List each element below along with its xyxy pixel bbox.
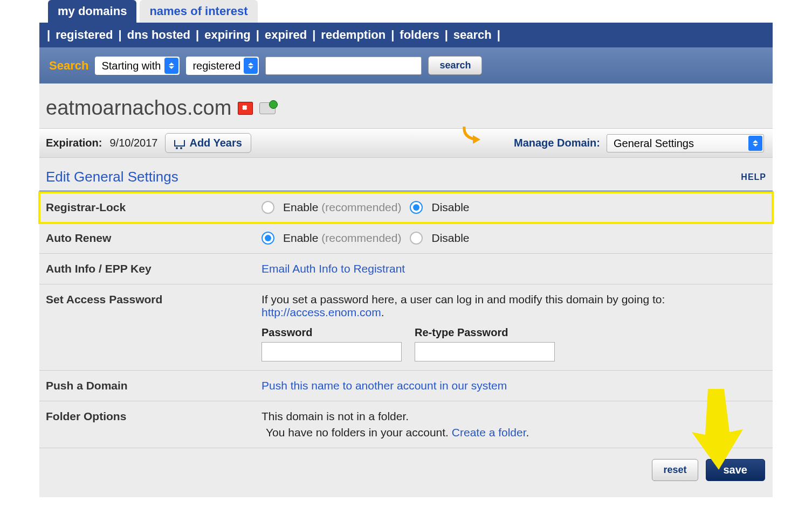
subnav-expiring[interactable]: expiring xyxy=(204,28,251,42)
section-title-row: Edit General Settings HELP xyxy=(39,158,773,191)
registrar-lock-options: Enable (recommended) Disable xyxy=(262,201,766,214)
manage-domain-select[interactable]: General Settings xyxy=(607,135,763,152)
subnav-folders[interactable]: folders xyxy=(400,28,439,42)
folder-status-text: This domain is not in a folder. xyxy=(262,410,766,423)
manage-domain-label: Manage Domain: xyxy=(514,137,600,149)
expiration-date: 9/10/2017 xyxy=(109,137,157,149)
auto-renew-disable-radio[interactable] xyxy=(410,232,423,245)
registrar-lock-disable-radio[interactable] xyxy=(410,201,423,214)
search-button[interactable]: search xyxy=(428,56,482,75)
add-years-button[interactable]: Add Years xyxy=(165,133,251,153)
row-push-domain: Push a Domain Push this name to another … xyxy=(39,371,773,401)
add-card-icon[interactable] xyxy=(259,102,276,114)
pipe: | xyxy=(445,28,448,42)
push-domain-label: Push a Domain xyxy=(46,379,262,392)
auto-renew-options: Enable (recommended) Disable xyxy=(262,232,766,245)
settings-table: Registrar-Lock Enable (recommended) Disa… xyxy=(39,191,773,448)
add-years-label: Add Years xyxy=(189,137,242,149)
manage-domain-select-wrap: General Settings xyxy=(607,134,764,152)
folder-options-label: Folder Options xyxy=(46,410,262,423)
tab-names-of-interest[interactable]: names of interest xyxy=(140,0,257,23)
pipe: | xyxy=(391,28,394,42)
enable-label: Enable (recommended) xyxy=(283,232,401,245)
set-password-desc: If you set a password here, a user can l… xyxy=(262,293,665,318)
folder-none-text: You have no folders in your account. Cre… xyxy=(262,426,766,439)
subnav-registered[interactable]: registered xyxy=(56,28,113,42)
expiration-label: Expiration: xyxy=(46,137,102,149)
create-folder-link[interactable]: Create a folder xyxy=(452,426,526,438)
disable-label: Disable xyxy=(431,232,469,245)
tab-my-domains[interactable]: my domains xyxy=(48,0,136,23)
search-scope-select[interactable]: registered xyxy=(186,57,259,75)
search-mode-select[interactable]: Starting with xyxy=(95,57,180,75)
pipe: | xyxy=(497,28,500,42)
pipe: | xyxy=(256,28,259,42)
domain-header: eatmoarnachos.com xyxy=(39,96,773,128)
footer-buttons: reset save xyxy=(39,448,773,497)
pipe: | xyxy=(47,28,50,42)
subnav-search[interactable]: search xyxy=(453,28,492,42)
row-set-password: Set Access Password If you set a passwor… xyxy=(39,284,773,371)
row-registrar-lock: Registrar-Lock Enable (recommended) Disa… xyxy=(39,192,773,223)
whois-icon[interactable] xyxy=(238,102,253,115)
search-bar: Search Starting with registered search xyxy=(39,47,773,83)
pipe: | xyxy=(312,28,315,42)
set-password-label: Set Access Password xyxy=(46,293,262,306)
subnav-dns-hosted[interactable]: dns hosted xyxy=(127,28,190,42)
save-button[interactable]: save xyxy=(706,459,766,481)
top-tabs: my domains names of interest xyxy=(39,0,773,23)
email-auth-info-link[interactable]: Email Auth Info to Registrant xyxy=(262,262,405,275)
retype-password-field-label: Re-type Password xyxy=(415,326,555,339)
search-scope-select-wrap: registered xyxy=(186,57,259,75)
auth-info-label: Auth Info / EPP Key xyxy=(46,262,262,275)
content: eatmoarnachos.com Expiration: 9/10/2017 … xyxy=(39,83,773,497)
domain-name: eatmoarnachos.com xyxy=(46,96,231,120)
disable-label: Disable xyxy=(431,201,469,214)
expiration-row: Expiration: 9/10/2017 Add Years Manage D… xyxy=(39,128,773,158)
password-field-label: Password xyxy=(262,326,402,339)
access-url-link[interactable]: http://access.enom.com xyxy=(262,306,381,318)
pipe: | xyxy=(119,28,122,42)
registrar-lock-label: Registrar-Lock xyxy=(46,201,262,214)
row-auto-renew: Auto Renew Enable (recommended) Disable xyxy=(39,223,773,254)
help-link[interactable]: HELP xyxy=(741,172,766,182)
search-mode-select-wrap: Starting with xyxy=(95,57,180,75)
search-label: Search xyxy=(49,59,88,73)
row-folder-options: Folder Options This domain is not in a f… xyxy=(39,401,773,448)
subnav-redemption[interactable]: redemption xyxy=(321,28,386,42)
section-title: Edit General Settings xyxy=(46,169,178,185)
push-domain-link[interactable]: Push this name to another account in our… xyxy=(262,379,507,392)
subnav: | registered | dns hosted | expiring | e… xyxy=(39,23,773,47)
pipe: | xyxy=(196,28,199,42)
registrar-lock-enable-radio[interactable] xyxy=(262,201,274,214)
reset-button[interactable]: reset xyxy=(652,459,698,481)
subnav-expired[interactable]: expired xyxy=(265,28,307,42)
curved-arrow-icon xyxy=(461,124,485,148)
retype-password-input[interactable] xyxy=(415,342,555,361)
enable-label: Enable (recommended) xyxy=(283,201,401,214)
row-auth-info: Auth Info / EPP Key Email Auth Info to R… xyxy=(39,254,773,284)
auto-renew-enable-radio[interactable] xyxy=(262,232,274,245)
password-input[interactable] xyxy=(262,342,402,361)
search-input[interactable] xyxy=(265,57,422,75)
auto-renew-label: Auto Renew xyxy=(46,232,262,245)
cart-icon xyxy=(174,139,185,148)
